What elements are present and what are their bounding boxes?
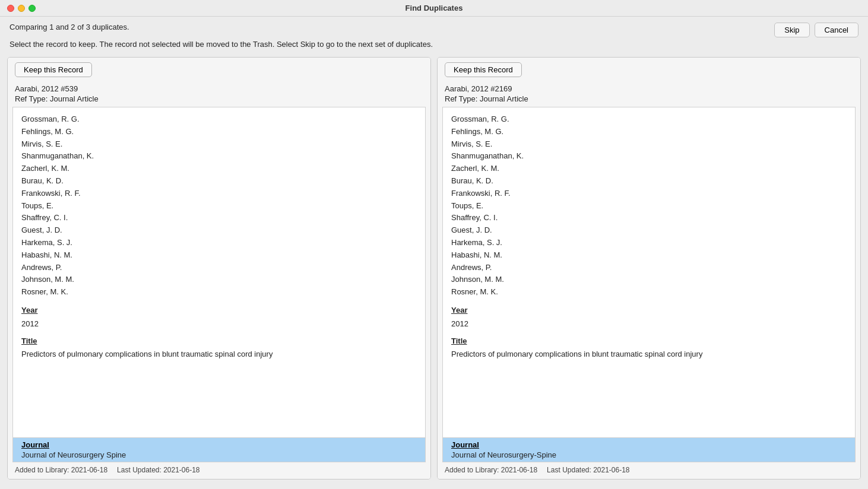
list-item: Harkema, S. J. — [451, 237, 847, 249]
left-title-label: Title — [21, 335, 417, 348]
cancel-button[interactable]: Cancel — [815, 23, 859, 37]
list-item: Shaffrey, C. I. — [21, 212, 417, 224]
right-record-detail: Grossman, R. G.Fehlings, M. G.Mirvis, S.… — [443, 107, 855, 371]
list-item: Habashi, N. M. — [21, 249, 417, 262]
left-record-detail-container[interactable]: Grossman, R. G.Fehlings, M. G.Mirvis, S.… — [12, 107, 426, 438]
list-item: Grossman, R. G. — [451, 113, 847, 126]
skip-button[interactable]: Skip — [774, 23, 809, 37]
right-updated-date: Last Updated: 2021-06-18 — [547, 466, 629, 474]
list-item: Zacherl, K. M. — [21, 163, 417, 175]
comparing-line-row: Comparing 1 and 2 of 3 duplicates. Skip … — [9, 23, 859, 37]
list-item: Grossman, R. G. — [21, 113, 417, 126]
list-item: Toups, E. — [451, 200, 847, 212]
right-keep-button[interactable]: Keep this Record — [445, 62, 522, 77]
right-record-id: Aarabi, 2012 #2169 — [445, 84, 853, 93]
list-item: Rosner, M. K. — [451, 286, 847, 299]
close-button[interactable] — [7, 5, 14, 12]
list-item: Shanmuganathan, K. — [451, 150, 847, 163]
left-ref-type-value: Journal Article — [50, 94, 99, 103]
right-journal-value: Journal of Neurosurgery-Spine — [451, 450, 556, 459]
maximize-button[interactable] — [28, 5, 36, 12]
left-year-label: Year — [21, 304, 417, 317]
left-ref-type: Ref Type: Journal Article — [15, 94, 423, 103]
left-record-id: Aarabi, 2012 #539 — [15, 84, 423, 93]
list-item: Mirvis, S. E. — [451, 138, 847, 151]
right-title-value: Predictors of pulmonary complications in… — [451, 348, 847, 361]
list-item: Andrews, P. — [21, 262, 417, 274]
left-record-detail: Grossman, R. G.Fehlings, M. G.Mirvis, S.… — [13, 107, 425, 371]
main-content: Keep this Record Aarabi, 2012 #539 Ref T… — [0, 52, 868, 484]
list-item: Guest, J. D. — [21, 224, 417, 237]
list-item: Toups, E. — [21, 200, 417, 212]
right-record-meta: Aarabi, 2012 #2169 Ref Type: Journal Art… — [438, 82, 860, 107]
list-item: Guest, J. D. — [451, 224, 847, 237]
left-record-panel: Keep this Record Aarabi, 2012 #539 Ref T… — [7, 57, 431, 480]
right-ref-type: Ref Type: Journal Article — [445, 94, 853, 103]
title-bar: Find Duplicates — [0, 0, 868, 17]
left-title-value: Predictors of pulmonary complications in… — [21, 348, 417, 361]
right-year-label: Year — [451, 304, 847, 317]
right-journal-section: Journal Journal of Neurosurgery-Spine — [442, 438, 856, 462]
right-record-panel: Keep this Record Aarabi, 2012 #2169 Ref … — [437, 57, 861, 480]
list-item: Johnson, M. M. — [21, 274, 417, 286]
left-year-value: 2012 — [21, 318, 417, 331]
right-ref-type-label: Ref Type: — [445, 94, 477, 103]
list-item: Fehlings, M. G. — [451, 126, 847, 138]
left-journal-section: Journal Journal of Neurosurgery Spine — [12, 438, 426, 462]
top-info-area: Comparing 1 and 2 of 3 duplicates. Skip … — [0, 17, 868, 52]
left-record-meta: Aarabi, 2012 #539 Ref Type: Journal Arti… — [8, 82, 430, 107]
left-journal-label: Journal — [21, 440, 417, 449]
list-item: Burau, K. D. — [21, 175, 417, 188]
list-item: Frankowski, R. F. — [21, 188, 417, 200]
right-ref-type-value: Journal Article — [480, 94, 528, 103]
right-panel-header: Keep this Record — [438, 58, 860, 82]
list-item: Zacherl, K. M. — [451, 163, 847, 175]
list-item: Andrews, P. — [451, 262, 847, 274]
list-item: Rosner, M. K. — [21, 286, 417, 299]
right-title-section: Title Predictors of pulmonary complicati… — [451, 335, 847, 361]
left-title-section: Title Predictors of pulmonary complicati… — [21, 335, 417, 361]
left-author-list: Grossman, R. G.Fehlings, M. G.Mirvis, S.… — [21, 113, 417, 299]
window-title: Find Duplicates — [406, 4, 463, 12]
right-year-value: 2012 — [451, 318, 847, 331]
right-journal-label: Journal — [451, 440, 847, 449]
list-item: Harkema, S. J. — [21, 237, 417, 249]
left-keep-button[interactable]: Keep this Record — [15, 62, 92, 77]
top-buttons-group: Skip Cancel — [774, 23, 859, 37]
list-item: Burau, K. D. — [451, 175, 847, 188]
list-item: Mirvis, S. E. — [21, 138, 417, 151]
list-item: Fehlings, M. G. — [21, 126, 417, 138]
list-item: Shaffrey, C. I. — [451, 212, 847, 224]
right-panel-footer: Added to Library: 2021-06-18 Last Update… — [438, 462, 860, 479]
left-journal-value: Journal of Neurosurgery Spine — [21, 450, 126, 459]
minimize-button[interactable] — [18, 5, 25, 12]
right-added-date: Added to Library: 2021-06-18 — [445, 466, 537, 474]
list-item: Shanmuganathan, K. — [21, 150, 417, 163]
left-panel-header: Keep this Record — [8, 58, 430, 82]
list-item: Habashi, N. M. — [451, 249, 847, 262]
instruction-line: Select the record to keep. The record no… — [9, 40, 859, 49]
left-year-section: Year 2012 — [21, 304, 417, 331]
left-footer-dates: Added to Library: 2021-06-18 Last Update… — [15, 466, 423, 474]
left-panel-footer: Added to Library: 2021-06-18 Last Update… — [8, 462, 430, 479]
left-added-date: Added to Library: 2021-06-18 — [15, 466, 107, 474]
list-item: Frankowski, R. F. — [451, 188, 847, 200]
right-title-label: Title — [451, 335, 847, 348]
left-ref-type-label: Ref Type: — [15, 94, 47, 103]
comparing-line-text: Comparing 1 and 2 of 3 duplicates. — [9, 23, 129, 31]
right-record-detail-container[interactable]: Grossman, R. G.Fehlings, M. G.Mirvis, S.… — [442, 107, 856, 438]
right-year-section: Year 2012 — [451, 304, 847, 331]
list-item: Johnson, M. M. — [451, 274, 847, 286]
right-author-list: Grossman, R. G.Fehlings, M. G.Mirvis, S.… — [451, 113, 847, 299]
traffic-lights — [7, 5, 36, 12]
right-footer-dates: Added to Library: 2021-06-18 Last Update… — [445, 466, 853, 474]
left-updated-date: Last Updated: 2021-06-18 — [117, 466, 199, 474]
